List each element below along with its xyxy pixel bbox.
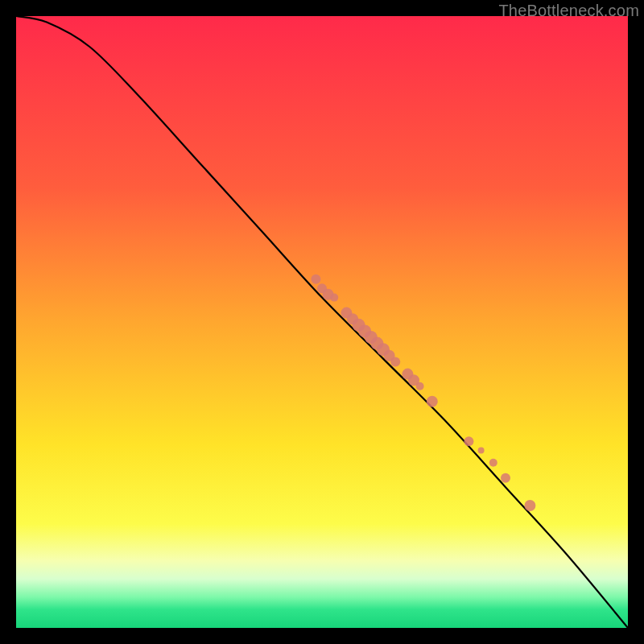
data-dot (390, 357, 400, 366)
chart-frame: TheBottleneck.com (0, 0, 644, 644)
data-dot (524, 500, 535, 511)
data-dot (416, 382, 424, 390)
data-dot (501, 473, 510, 483)
data-dot (427, 396, 438, 407)
data-dot (464, 436, 473, 446)
data-dot (311, 275, 320, 284)
data-dot (489, 459, 497, 467)
watermark-text: TheBottleneck.com (498, 2, 639, 20)
data-dot (330, 294, 338, 302)
dots-layer (311, 275, 535, 511)
curve-layer (16, 16, 628, 628)
curve-path (16, 16, 628, 628)
data-dot (478, 448, 485, 454)
plot-area (16, 16, 628, 628)
